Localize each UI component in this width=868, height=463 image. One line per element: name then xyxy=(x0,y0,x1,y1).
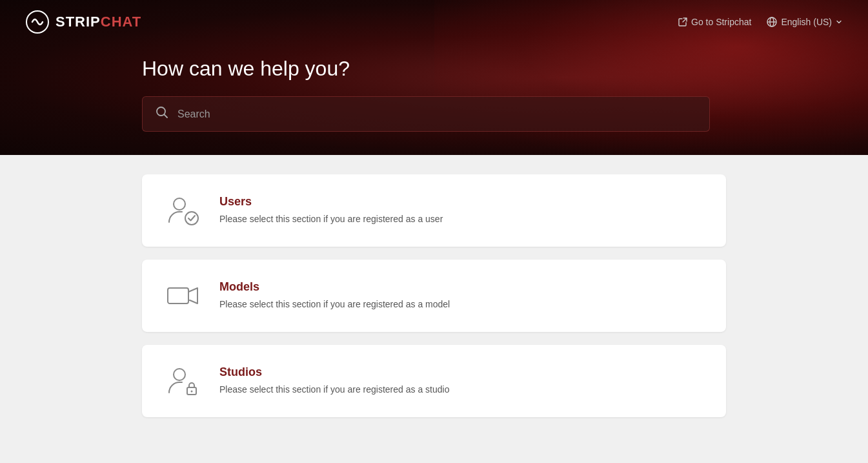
users-card[interactable]: Users Please select this section if you … xyxy=(142,174,726,247)
main-heading: How can we help you? xyxy=(142,57,842,81)
studios-card-desc: Please select this section if you are re… xyxy=(219,383,449,396)
footer: Privacy Policy Terms of Use Billing Supp… xyxy=(0,449,868,463)
logo-text: STRIPCHAT xyxy=(56,14,141,30)
studios-card-title: Studios xyxy=(219,365,449,379)
user-check-icon xyxy=(165,192,201,229)
header-top-bar: STRIPCHAT Go to Stripchat English (US) xyxy=(0,0,868,44)
main-content: Users Please select this section if you … xyxy=(0,155,868,449)
models-card-text: Models Please select this section if you… xyxy=(219,280,450,311)
video-camera-icon xyxy=(165,278,201,314)
external-link-icon xyxy=(678,17,687,26)
studios-card[interactable]: Studios Please select this section if yo… xyxy=(142,345,726,417)
header: STRIPCHAT Go to Stripchat English (US) xyxy=(0,0,868,155)
logo-icon xyxy=(26,10,49,34)
users-card-title: Users xyxy=(219,195,443,209)
search-bar xyxy=(142,96,710,132)
header-content: How can we help you? xyxy=(0,44,868,132)
models-card-desc: Please select this section if you are re… xyxy=(219,298,450,311)
svg-point-7 xyxy=(185,212,198,225)
user-lock-icon xyxy=(165,363,201,399)
users-card-desc: Please select this section if you are re… xyxy=(219,212,443,226)
svg-line-5 xyxy=(165,115,168,118)
header-nav: Go to Stripchat English (US) xyxy=(678,17,842,27)
models-card-title: Models xyxy=(219,280,450,294)
svg-point-11 xyxy=(191,391,193,393)
studios-card-text: Studios Please select this section if yo… xyxy=(219,365,449,396)
go-to-stripchat-link[interactable]: Go to Stripchat xyxy=(678,17,751,27)
svg-point-9 xyxy=(174,369,185,380)
chevron-down-icon xyxy=(836,19,842,25)
search-input[interactable] xyxy=(177,108,696,120)
svg-rect-8 xyxy=(168,288,188,304)
language-selector[interactable]: English (US) xyxy=(767,17,842,27)
logo[interactable]: STRIPCHAT xyxy=(26,10,141,34)
models-card[interactable]: Models Please select this section if you… xyxy=(142,260,726,332)
svg-point-6 xyxy=(174,198,185,210)
search-icon xyxy=(156,106,168,122)
users-card-text: Users Please select this section if you … xyxy=(219,195,443,226)
globe-icon xyxy=(767,17,777,27)
